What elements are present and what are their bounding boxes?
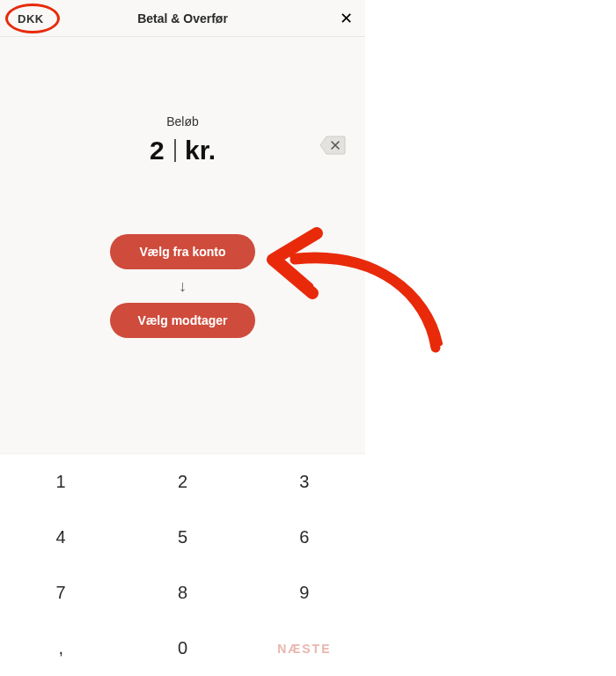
key-4[interactable]: 4 (0, 510, 121, 565)
key-5[interactable]: 5 (121, 510, 243, 565)
key-2[interactable]: 2 (121, 454, 243, 510)
currency-slot: DKK (12, 11, 65, 26)
key-7[interactable]: 7 (0, 565, 121, 621)
backspace-icon (319, 136, 346, 155)
amount-input[interactable]: 2kr. (150, 136, 216, 165)
key-0[interactable]: 0 (121, 621, 243, 676)
text-cursor (174, 139, 176, 162)
arrow-down-icon: ↓ (179, 278, 187, 294)
key-3[interactable]: 3 (244, 454, 365, 510)
account-actions: Vælg fra konto ↓ Vælg modtager (0, 234, 365, 338)
key-comma[interactable]: , (0, 621, 121, 676)
close-slot: ✕ (300, 11, 353, 26)
numeric-keypad: 1 2 3 4 5 6 7 8 9 , 0 NÆSTE (0, 453, 365, 676)
key-1[interactable]: 1 (0, 454, 121, 510)
select-from-account-button[interactable]: Vælg fra konto (110, 234, 255, 269)
key-9[interactable]: 9 (244, 565, 365, 621)
amount-suffix: kr. (185, 136, 216, 165)
currency-selector[interactable]: DKK (12, 11, 49, 27)
app-screen: DKK Betal & Overfør ✕ Beløb 2kr. Vælg fr… (0, 0, 365, 676)
amount-value: 2 (150, 136, 165, 165)
header: DKK Betal & Overfør ✕ (0, 0, 365, 37)
key-8[interactable]: 8 (121, 565, 243, 621)
backspace-button[interactable] (319, 136, 346, 155)
key-6[interactable]: 6 (244, 510, 365, 565)
next-button[interactable]: NÆSTE (244, 621, 365, 676)
amount-block: Beløb 2kr. (0, 114, 365, 165)
page-title: Betal & Overfør (137, 11, 228, 26)
select-recipient-button[interactable]: Vælg modtager (110, 303, 255, 338)
amount-label: Beløb (0, 114, 365, 129)
close-icon[interactable]: ✕ (340, 11, 353, 26)
